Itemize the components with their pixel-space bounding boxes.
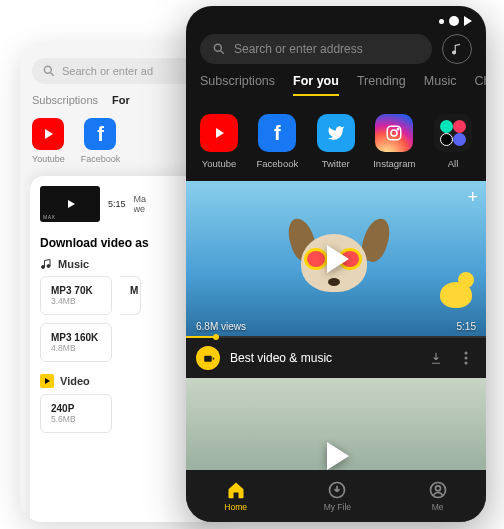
quicklink-all[interactable]: All <box>434 114 472 169</box>
nav-label: My File <box>324 502 351 512</box>
option-size: 3.4MB <box>51 296 101 306</box>
option-size: 4.8MB <box>51 343 101 353</box>
youtube-icon <box>32 118 64 150</box>
option-title: MP3 70K <box>51 285 101 296</box>
svg-line-1 <box>51 73 54 76</box>
quicklink-label: Twitter <box>322 158 350 169</box>
tab-music[interactable]: Music <box>424 74 457 96</box>
svg-rect-10 <box>204 355 212 361</box>
video-views: 6.8M views <box>196 321 246 332</box>
svg-line-5 <box>221 51 224 54</box>
facebook-icon: f <box>258 114 296 152</box>
video-icon <box>40 374 54 388</box>
quicklink-label: All <box>448 158 459 169</box>
quicklink-facebook[interactable]: f Facebook <box>81 118 121 164</box>
video-title-line1: Ma <box>134 194 147 204</box>
more-button[interactable] <box>456 351 476 365</box>
twitter-icon <box>317 114 355 152</box>
nav-home[interactable]: Home <box>224 480 247 512</box>
play-icon <box>68 200 75 208</box>
nav-label: Me <box>432 502 444 512</box>
download-section-title: Download video as <box>40 236 200 250</box>
profile-icon <box>428 480 448 500</box>
add-button[interactable]: + <box>467 187 478 208</box>
search-icon <box>212 42 226 56</box>
video-label: Video <box>60 375 90 387</box>
play-icon <box>327 245 349 273</box>
nav-me[interactable]: Me <box>428 480 448 512</box>
tab-subscriptions[interactable]: Subscriptions <box>200 74 275 96</box>
svg-point-13 <box>465 362 468 365</box>
bottom-nav: Home My File Me <box>186 470 486 522</box>
foreground-phone: Search or enter address Subscriptions Fo… <box>186 6 486 522</box>
status-bar <box>186 6 486 32</box>
svg-point-12 <box>465 357 468 360</box>
svg-point-6 <box>453 51 456 54</box>
all-apps-icon <box>434 114 472 152</box>
option-mp3-160k[interactable]: MP3 160K 4.8MB <box>40 323 112 362</box>
search-placeholder: Search or enter ad <box>62 65 153 77</box>
video-title-line2: we <box>134 204 147 214</box>
video-duration: 5:15 <box>108 199 126 209</box>
nav-label: Home <box>224 502 247 512</box>
quicklink-twitter[interactable]: Twitter <box>317 114 355 169</box>
download-panel: 5:15 Ma we Download video as Music MP3 7… <box>30 176 210 522</box>
option-mp3-70k[interactable]: MP3 70K 3.4MB <box>40 276 112 315</box>
quick-links: Youtube f Facebook Twitter Instagram All <box>186 104 486 181</box>
music-label: Music <box>58 258 89 270</box>
svg-point-16 <box>435 486 440 491</box>
status-dot-icon <box>449 16 459 26</box>
video-subheader: Video <box>40 374 200 388</box>
tab-subscriptions[interactable]: Subscriptions <box>32 94 98 106</box>
svg-point-9 <box>398 128 400 130</box>
svg-point-4 <box>214 44 221 51</box>
quicklink-facebook[interactable]: f Facebook <box>257 114 299 169</box>
download-button[interactable] <box>426 351 446 365</box>
category-tabs: Subscriptions For you Trending Music Cha… <box>186 74 486 104</box>
option-240p[interactable]: 240P 5.6MB <box>40 394 112 433</box>
quicklink-youtube[interactable]: Youtube <box>32 118 65 164</box>
video-duration: 5:15 <box>457 321 476 332</box>
category-tabs: Subscriptions For <box>30 94 210 114</box>
play-icon <box>327 442 349 470</box>
video-title: Best video & music <box>230 351 416 365</box>
music-icon <box>40 258 52 270</box>
quicklink-label: Youtube <box>202 158 237 169</box>
svg-point-0 <box>44 66 51 73</box>
tab-foryou[interactable]: For you <box>293 74 339 96</box>
music-shortcut-button[interactable] <box>442 34 472 64</box>
music-subheader: Music <box>40 258 200 270</box>
video-title-bar: Best video & music <box>186 338 486 378</box>
svg-point-8 <box>391 130 397 136</box>
status-signal-icon <box>464 16 472 26</box>
search-bar[interactable]: Search or enter address <box>200 34 432 64</box>
download-icon <box>327 480 347 500</box>
duck-icon <box>440 282 472 308</box>
svg-point-11 <box>465 352 468 355</box>
quicklink-instagram[interactable]: Instagram <box>373 114 415 169</box>
tab-foryou[interactable]: For <box>112 94 130 106</box>
home-icon <box>226 480 246 500</box>
quicklink-label: Instagram <box>373 158 415 169</box>
channel-avatar[interactable] <box>196 346 220 370</box>
option-title: MP3 160K <box>51 332 101 343</box>
search-bar[interactable]: Search or enter ad <box>32 58 208 84</box>
option-title: 240P <box>51 403 101 414</box>
search-placeholder: Search or enter address <box>234 42 363 56</box>
option-cut[interactable]: M <box>120 276 141 315</box>
quicklink-label: Youtube <box>32 154 65 164</box>
svg-point-2 <box>42 266 45 269</box>
search-icon <box>42 64 56 78</box>
feed-video-1[interactable]: + 6.8M views 5:15 <box>186 181 486 336</box>
instagram-icon <box>375 114 413 152</box>
option-size: 5.6MB <box>51 414 101 424</box>
svg-point-3 <box>47 265 50 268</box>
quicklink-youtube[interactable]: Youtube <box>200 114 238 169</box>
nav-myfile[interactable]: My File <box>324 480 351 512</box>
tab-channels[interactable]: Chan <box>474 74 486 96</box>
tab-trending[interactable]: Trending <box>357 74 406 96</box>
quicklink-label: Facebook <box>81 154 121 164</box>
quicklink-label: Facebook <box>257 158 299 169</box>
video-thumbnail[interactable] <box>40 186 100 222</box>
status-dot-icon <box>439 19 444 24</box>
